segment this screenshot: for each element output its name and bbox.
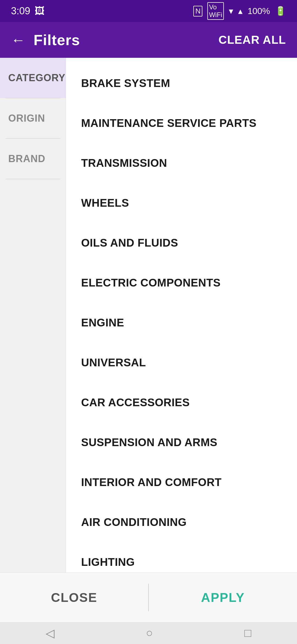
- category-item-electric-components[interactable]: ELECTRIC COMPONENTS: [66, 263, 297, 303]
- category-item-brake-system[interactable]: BRAKE SYSTEM: [66, 63, 297, 103]
- sidebar-item-category[interactable]: CATEGORY: [0, 58, 66, 98]
- nav-recent-icon[interactable]: □: [244, 626, 251, 640]
- image-icon: 🖼: [35, 5, 45, 17]
- status-bar: 3:09 🖼 N VoWiFi ▾ ▴ 100% 🔋: [0, 0, 297, 22]
- category-item-interior-and-comfort[interactable]: INTERIOR AND COMFORT: [66, 462, 297, 502]
- category-item-universal-label: UNIVERSAL: [81, 356, 146, 369]
- battery-icon: 🔋: [275, 6, 286, 16]
- status-right: N VoWiFi ▾ ▴ 100% 🔋: [193, 2, 286, 20]
- category-list: BRAKE SYSTEMMAINTENANCE SERVICE PARTSTRA…: [66, 58, 297, 572]
- nav-back-icon[interactable]: ◁: [46, 626, 54, 640]
- category-item-oils-and-fluids-label: OILS AND FLUIDS: [81, 237, 178, 249]
- category-item-interior-and-comfort-label: INTERIOR AND COMFORT: [81, 476, 222, 488]
- navigation-bar: ◁ ○ □: [0, 622, 297, 644]
- category-item-brake-system-label: BRAKE SYSTEM: [81, 77, 170, 89]
- category-item-electric-components-label: ELECTRIC COMPONENTS: [81, 277, 221, 289]
- category-item-car-accessories-label: CAR ACCESSORIES: [81, 396, 190, 408]
- apply-label: APPLY: [201, 590, 245, 605]
- main-content: CATEGORY ORIGIN BRAND BRAKE SYSTEMMAINTE…: [0, 58, 297, 572]
- signal-strength-icon: ▴: [238, 6, 243, 16]
- nav-home-icon[interactable]: ○: [146, 626, 153, 640]
- toolbar: ← Filters CLEAR ALL: [0, 22, 297, 58]
- page-title: Filters: [34, 31, 80, 48]
- wifi-signal-icon: ▾: [229, 6, 233, 16]
- category-item-lighting[interactable]: LIGHTING: [66, 542, 297, 572]
- category-item-wheels-label: WHEELS: [81, 197, 129, 209]
- sidebar-item-brand-label: BRAND: [8, 153, 45, 164]
- sidebar-item-category-label: CATEGORY: [8, 72, 65, 83]
- category-item-engine[interactable]: ENGINE: [66, 303, 297, 343]
- category-item-oils-and-fluids[interactable]: OILS AND FLUIDS: [66, 223, 297, 263]
- clear-all-button[interactable]: CLEAR ALL: [219, 33, 286, 47]
- category-item-maintenance-service-parts[interactable]: MAINTENANCE SERVICE PARTS: [66, 103, 297, 143]
- category-item-wheels[interactable]: WHEELS: [66, 183, 297, 223]
- category-item-suspension-and-arms-label: SUSPENSION AND ARMS: [81, 436, 217, 448]
- category-item-maintenance-service-parts-label: MAINTENANCE SERVICE PARTS: [81, 117, 257, 129]
- battery-percent: 100%: [248, 6, 270, 16]
- time-display: 3:09: [11, 5, 30, 17]
- category-item-universal[interactable]: UNIVERSAL: [66, 343, 297, 383]
- category-item-suspension-and-arms[interactable]: SUSPENSION AND ARMS: [66, 422, 297, 462]
- status-left: 3:09 🖼: [11, 5, 45, 17]
- category-item-transmission-label: TRANSMISSION: [81, 157, 167, 169]
- category-item-lighting-label: LIGHTING: [81, 556, 135, 568]
- sidebar-item-origin[interactable]: ORIGIN: [0, 98, 66, 138]
- category-item-transmission[interactable]: TRANSMISSION: [66, 143, 297, 183]
- bottom-action-bar: CLOSE APPLY: [0, 572, 297, 622]
- category-item-air-conditioning[interactable]: AIR CONDITIONING: [66, 502, 297, 542]
- sidebar-item-brand[interactable]: BRAND: [0, 139, 66, 179]
- nfc-icon: N: [193, 6, 202, 17]
- filter-sidebar: CATEGORY ORIGIN BRAND: [0, 58, 66, 572]
- category-item-air-conditioning-label: AIR CONDITIONING: [81, 516, 187, 528]
- back-button[interactable]: ←: [11, 32, 25, 48]
- apply-button[interactable]: APPLY: [149, 573, 297, 622]
- sidebar-divider-3: [6, 179, 60, 179]
- toolbar-left: ← Filters: [11, 31, 80, 48]
- sidebar-item-origin-label: ORIGIN: [8, 113, 45, 124]
- category-item-car-accessories[interactable]: CAR ACCESSORIES: [66, 383, 297, 422]
- close-label: CLOSE: [51, 590, 97, 605]
- close-button[interactable]: CLOSE: [0, 573, 148, 622]
- vowifi-icon: VoWiFi: [207, 2, 224, 20]
- category-item-engine-label: ENGINE: [81, 316, 124, 329]
